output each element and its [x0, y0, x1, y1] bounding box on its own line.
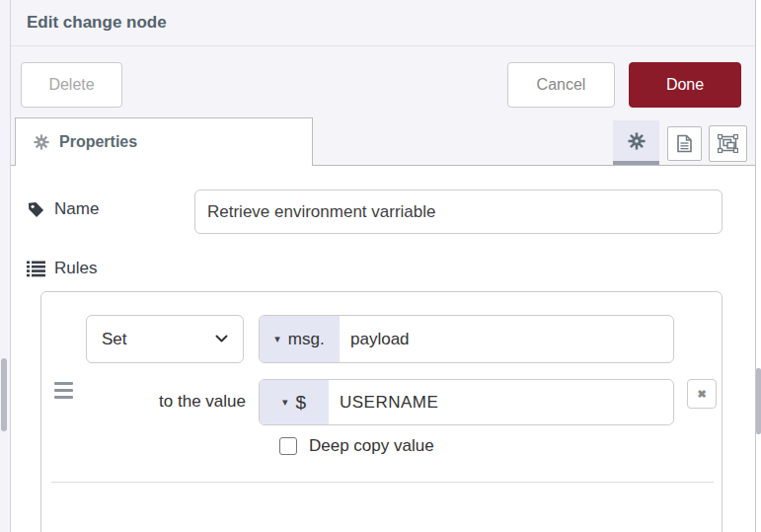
- done-button[interactable]: Done: [629, 62, 741, 108]
- cancel-button[interactable]: Cancel: [507, 62, 615, 108]
- tab-properties[interactable]: Properties: [15, 117, 313, 166]
- rule-action-value: Set: [102, 330, 127, 349]
- value-type-button[interactable]: ▾ $: [260, 380, 329, 424]
- deep-copy-checkbox[interactable]: [279, 437, 297, 455]
- list-icon: [27, 261, 45, 277]
- triangle-down-icon: ▾: [282, 397, 288, 408]
- rule-property-input: ▾ msg. payload: [259, 315, 674, 363]
- close-icon: ✖: [697, 388, 706, 401]
- name-input[interactable]: [194, 190, 723, 234]
- dialog-action-row: Delete Cancel Done: [11, 46, 755, 114]
- property-type-label: msg.: [288, 330, 325, 349]
- tab-bar: Properties: [11, 114, 755, 166]
- property-value-text[interactable]: payload: [340, 316, 673, 362]
- rules-container: Set ▾ msg. payload: [40, 291, 723, 532]
- rules-label-text: Rules: [54, 259, 97, 278]
- triangle-down-icon: ▾: [274, 334, 280, 344]
- rule-drag-handle[interactable]: [54, 382, 73, 403]
- rule-value-input: ▾ $ USERNAME: [259, 379, 674, 425]
- toolbar-description-button[interactable]: [667, 126, 702, 161]
- delete-button[interactable]: Delete: [21, 62, 122, 108]
- edit-change-node-dialog-screen: Edit change node Delete Cancel Done: [0, 0, 761, 532]
- name-field-label: Name: [27, 199, 99, 219]
- left-scrollbar-thumb[interactable]: [1, 358, 7, 431]
- deep-copy-label: Deep copy value: [309, 436, 434, 456]
- document-icon: [676, 134, 693, 153]
- rule-action-select[interactable]: Set: [86, 315, 244, 363]
- gear-icon: [628, 132, 646, 150]
- tab-properties-label: Properties: [59, 133, 137, 151]
- dialog-header: Edit change node: [11, 0, 755, 46]
- gear-icon: [34, 134, 49, 150]
- remove-rule-button[interactable]: ✖: [687, 379, 717, 409]
- toolbar-properties-button[interactable]: [613, 120, 659, 165]
- toolbar-appearance-button[interactable]: [709, 125, 747, 162]
- tag-icon: [27, 200, 45, 219]
- name-label-text: Name: [54, 199, 99, 219]
- to-the-value-label: to the value: [101, 392, 246, 412]
- deep-copy-row: Deep copy value: [279, 436, 434, 456]
- right-scrollbar-track: [755, 0, 761, 532]
- properties-panel: Name Rules: [11, 166, 755, 532]
- appearance-icon: [718, 134, 738, 153]
- property-type-button[interactable]: ▾ msg.: [260, 316, 340, 362]
- edit-dialog: Edit change node Delete Cancel Done: [10, 0, 755, 532]
- value-text[interactable]: USERNAME: [329, 380, 673, 424]
- left-scrollbar-track: [0, 0, 10, 532]
- rules-section-label: Rules: [27, 259, 97, 278]
- value-type-label: $: [295, 392, 306, 414]
- chevron-down-icon: [215, 335, 228, 343]
- rule-divider: [51, 482, 714, 483]
- right-scrollbar-thumb[interactable]: [756, 368, 761, 434]
- dialog-title: Edit change node: [27, 13, 167, 33]
